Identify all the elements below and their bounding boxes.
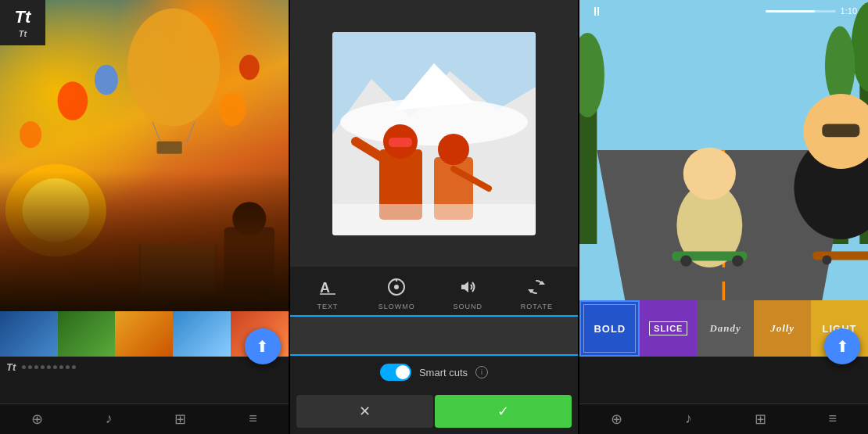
progress-track[interactable]	[766, 10, 836, 13]
svg-rect-22	[389, 138, 412, 147]
svg-rect-27	[332, 204, 536, 235]
play-pause-button[interactable]: ⏸	[590, 5, 603, 19]
svg-point-51	[683, 147, 736, 199]
rotate-icon	[524, 274, 549, 299]
sound-icon	[455, 274, 480, 299]
progress-bar-container: 1:10	[766, 6, 857, 16]
upload-icon-3: ⬆	[836, 337, 849, 356]
dots-decoration	[22, 365, 282, 369]
filter-dandy[interactable]: Dandy	[697, 300, 754, 357]
text-tool-label: Tt	[6, 361, 16, 373]
toggle-knob	[396, 365, 410, 379]
text-icon: A	[315, 274, 340, 299]
grid-icon[interactable]: ⊞	[174, 411, 186, 428]
main-video-area-1	[0, 0, 289, 311]
upload-icon-1: ⬆	[256, 337, 269, 356]
smart-cuts-toggle[interactable]	[380, 364, 411, 381]
svg-line-3	[152, 122, 161, 143]
add-clip-icon[interactable]: ⊕	[31, 411, 43, 428]
play-pause-icon: ⏸	[590, 5, 603, 18]
smart-cuts-label: Smart cuts	[419, 367, 468, 378]
slowmo-label: SLOWMO	[378, 303, 415, 310]
svg-point-2	[127, 9, 220, 127]
svg-text:A: A	[320, 280, 330, 296]
main-video-area-2	[290, 0, 579, 267]
thumb-2[interactable]	[58, 311, 116, 357]
p2-thumb-1[interactable]	[290, 317, 338, 354]
text-label: TEXT	[317, 303, 339, 310]
action-bar: ✕ ✓	[290, 389, 579, 434]
confirm-button[interactable]: ✓	[435, 395, 572, 428]
bottom-section-3: ⬆	[579, 357, 868, 404]
p2-thumb-5[interactable]	[482, 317, 529, 354]
rotate-tool[interactable]: ROTATE	[521, 274, 553, 310]
music-icon[interactable]: ♪	[106, 411, 113, 428]
svg-rect-55	[813, 252, 868, 260]
settings-icon-3[interactable]: ≡	[829, 411, 838, 428]
thumb-3[interactable]	[115, 311, 173, 357]
p2-thumb-6[interactable]	[530, 317, 578, 354]
progress-fill	[766, 10, 815, 13]
svg-point-0	[5, 164, 106, 256]
svg-point-12	[232, 202, 266, 235]
cancel-button[interactable]: ✕	[296, 395, 433, 428]
panel-3: ⏸ 1:10 BOLD SLICE Dandy Jolly LIGHT	[578, 0, 868, 434]
fab-button-1[interactable]: ⬆	[245, 328, 281, 364]
fab-button-3[interactable]: ⬆	[824, 328, 860, 364]
p2-thumb-4[interactable]	[434, 317, 482, 354]
svg-point-56	[823, 255, 832, 264]
settings-icon[interactable]: ≡	[249, 411, 257, 428]
panel-1: Tt Tt Tt ⬆ ⊕ ♪ ⊞ ≡	[0, 0, 289, 434]
grid-icon-3[interactable]: ⊞	[755, 411, 766, 428]
panel-2: A TEXT SLOWMO	[289, 0, 579, 434]
svg-point-54	[732, 255, 743, 266]
info-icon[interactable]: i	[475, 366, 488, 378]
filter-bold[interactable]: BOLD	[579, 300, 640, 357]
svg-point-44	[825, 27, 855, 106]
sound-label: SOUND	[454, 303, 483, 310]
text-tool-row: Tt	[6, 361, 282, 373]
nav-bar-3: ⊕ ♪ ⊞ ≡	[579, 404, 868, 434]
filter-bold-label: BOLD	[594, 323, 626, 335]
bottom-section-1: Tt ⬆	[0, 357, 289, 404]
confirm-icon: ✓	[497, 403, 509, 420]
smart-cuts-row: Smart cuts i	[290, 356, 579, 389]
slowmo-icon	[384, 274, 409, 299]
svg-point-9	[239, 55, 260, 80]
filter-slice[interactable]: SLICE	[640, 300, 697, 357]
nav-bar-1: ⊕ ♪ ⊞ ≡	[0, 404, 289, 434]
svg-point-7	[95, 65, 118, 95]
thumb-4[interactable]	[173, 311, 231, 357]
svg-marker-33	[461, 282, 468, 292]
svg-rect-5	[156, 142, 181, 154]
edit-tools: A TEXT SLOWMO	[290, 267, 579, 315]
p2-thumb-2[interactable]	[338, 317, 386, 354]
filter-dandy-label: Dandy	[709, 322, 741, 335]
svg-point-10	[20, 121, 41, 148]
music-icon-3[interactable]: ♪	[685, 411, 692, 428]
main-video-area-3: ⏸ 1:10	[579, 0, 868, 300]
svg-point-53	[680, 255, 691, 266]
video-frame	[332, 32, 536, 235]
svg-point-1	[22, 178, 89, 242]
filter-slice-label: SLICE	[649, 321, 687, 335]
svg-point-19	[340, 99, 528, 145]
svg-point-31	[394, 285, 399, 289]
p2-thumb-3[interactable]	[386, 317, 434, 354]
time-label: 1:10	[841, 6, 857, 16]
svg-point-8	[219, 92, 246, 126]
filter-jolly[interactable]: Jolly	[754, 300, 811, 357]
thumb-1[interactable]	[0, 311, 58, 357]
slowmo-tool[interactable]: SLOWMO	[378, 274, 415, 310]
cancel-icon: ✕	[359, 403, 371, 420]
add-clip-icon-3[interactable]: ⊕	[611, 411, 622, 428]
sound-tool[interactable]: SOUND	[454, 274, 483, 310]
filter-jolly-label: Jolly	[770, 322, 794, 335]
svg-rect-11	[224, 227, 275, 294]
svg-point-24	[438, 134, 469, 165]
svg-point-6	[58, 81, 88, 120]
svg-line-4	[186, 122, 195, 143]
rotate-label: ROTATE	[521, 303, 553, 310]
svg-rect-13	[140, 244, 216, 295]
text-tool[interactable]: A TEXT	[315, 274, 340, 310]
